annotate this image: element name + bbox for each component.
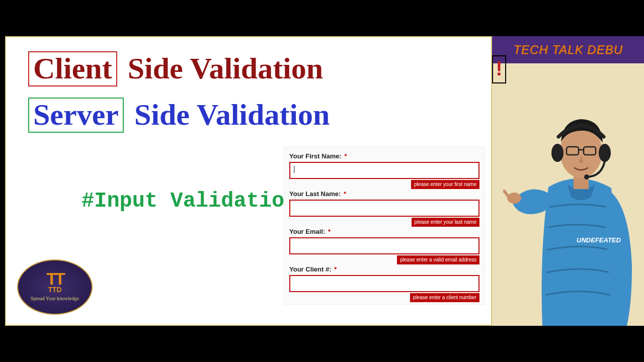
server-box: Server <box>28 98 124 133</box>
form-row-client-number: Your Client #: * please enter a client n… <box>289 264 479 301</box>
logo-tt: TT <box>46 273 63 285</box>
channel-banner: TECH TALK DEBU <box>492 36 644 63</box>
server-rest: Side Validation <box>134 98 330 131</box>
svg-point-11 <box>584 174 589 179</box>
content-panel: Client Side Validation Server Side Valid… <box>5 36 492 326</box>
form-preview: Your First Name: * | please enter your f… <box>284 147 485 305</box>
exclaim-icon: ! <box>492 55 506 83</box>
stage: Client Side Validation Server Side Valid… <box>0 36 644 326</box>
logo-slogan: Spread Your knowledge <box>31 296 79 301</box>
svg-point-10 <box>599 144 611 162</box>
required-star: * <box>334 265 337 273</box>
form-row-email: Your Email: * please enter a valid email… <box>289 227 479 263</box>
svg-text:UNDEFEATED: UNDEFEATED <box>577 236 621 244</box>
label-client-number: Your Client #: * <box>289 265 337 273</box>
form-row-last-name: Your Last Name: * please enter your last… <box>289 189 479 226</box>
error-email: please enter a valid email address <box>397 255 479 264</box>
client-rest: Side Validation <box>128 52 324 85</box>
required-star: * <box>344 190 346 198</box>
required-star: * <box>344 152 347 160</box>
title-client-side: Client Side Validation <box>28 51 323 86</box>
title-server-side: Server Side Validation <box>28 98 330 133</box>
presenter-svg: UNDEFEATED <box>503 81 644 326</box>
label-last-name: Your Last Name: * <box>289 190 346 198</box>
input-last-name[interactable] <box>289 200 479 217</box>
error-client-number: please enter a client number <box>410 293 479 302</box>
svg-point-0 <box>507 193 521 204</box>
presenter-panel: TECH TALK DEBU ! <box>492 36 644 326</box>
client-box: Client <box>28 51 117 86</box>
label-email: Your Email: * <box>289 228 331 235</box>
presenter-figure: UNDEFEATED <box>503 81 644 326</box>
required-star: * <box>328 228 331 235</box>
svg-point-9 <box>551 144 564 162</box>
channel-logo: TT TTD Spread Your knowledge <box>17 259 93 315</box>
error-first-name: please enter your first name <box>411 180 479 189</box>
label-first-name: Your First Name: * <box>289 152 347 160</box>
form-row-first-name: Your First Name: * | please enter your f… <box>289 151 479 188</box>
hashtag-input-validation: #Input Validation <box>82 189 297 213</box>
error-last-name: please enter your last name <box>412 218 479 227</box>
input-email[interactable] <box>289 237 479 254</box>
logo-ttd: TTD <box>48 286 61 294</box>
input-client-number[interactable] <box>289 275 479 292</box>
input-first-name[interactable]: | <box>289 162 479 179</box>
